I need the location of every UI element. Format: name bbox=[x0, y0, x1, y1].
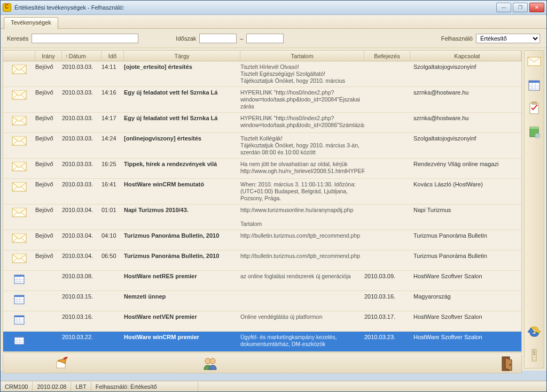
minimize-button[interactable]: — bbox=[496, 3, 511, 12]
cell-direction: Bejövő bbox=[35, 89, 62, 96]
tab-activities[interactable]: Tevékenységek bbox=[4, 17, 58, 29]
table-row[interactable]: Bejövő2010.03.03.14:24[onlinejogviszony]… bbox=[3, 133, 521, 159]
users-button[interactable] bbox=[199, 355, 221, 373]
status-module: CRM100 bbox=[1, 382, 33, 391]
table-row[interactable]: 2010.03.15.Nemzeti ünnep2010.03.16.Magya… bbox=[3, 291, 521, 311]
table-row[interactable]: Bejövő2010.03.03.14:11[ojote_ertesito] é… bbox=[3, 61, 521, 87]
col-content[interactable]: Tartalom bbox=[240, 51, 364, 61]
col-time[interactable]: Idő bbox=[101, 51, 124, 61]
svg-rect-40 bbox=[529, 81, 540, 83]
mail-view-button[interactable] bbox=[527, 54, 542, 69]
period-to-input[interactable] bbox=[246, 34, 284, 43]
table-row[interactable]: 2010.03.16.HostWare netVEN premierOnline… bbox=[3, 311, 521, 332]
cell-related: Napi Turizmus bbox=[410, 207, 521, 213]
cell-related: Szolgaltatojogviszonyinf bbox=[410, 64, 521, 70]
user-select[interactable]: Értékesítő bbox=[476, 34, 540, 43]
col-date[interactable]: Dátum bbox=[62, 51, 101, 61]
svg-rect-16 bbox=[14, 295, 24, 297]
cell-content: http://bulletin.turizmus.com/tpb_recomme… bbox=[240, 232, 364, 239]
calendar-view-button[interactable] bbox=[527, 77, 542, 92]
table-row[interactable]: 2010.03.08.HostWare netRES premieraz onl… bbox=[3, 271, 521, 291]
grid-body[interactable]: Bejövő2010.03.03.14:11[ojote_ertesito] é… bbox=[3, 61, 521, 352]
edit-note-button[interactable] bbox=[51, 355, 73, 373]
period-from-input[interactable] bbox=[199, 34, 237, 43]
mail-icon bbox=[12, 115, 27, 126]
cell-date: 2010.03.03. bbox=[62, 181, 101, 187]
period-sep: – bbox=[240, 35, 243, 42]
mail-icon bbox=[12, 135, 27, 146]
cell-date: 2010.03.15. bbox=[62, 293, 101, 300]
mail-icon bbox=[12, 89, 27, 100]
cell-related: Turizmus Panoráma Bulletin bbox=[410, 232, 521, 239]
close-button[interactable]: ✕ bbox=[529, 3, 544, 12]
notes-view-button[interactable] bbox=[527, 124, 542, 139]
cell-date: 2010.03.03. bbox=[62, 161, 101, 167]
table-row[interactable]: Bejövő2010.03.04.04:10Turizmus Panoráma … bbox=[3, 230, 521, 250]
table-row[interactable]: 2010.03.22.HostWare winCRM premierÜgyfél… bbox=[3, 332, 521, 352]
mail-icon bbox=[12, 232, 27, 243]
mail-icon bbox=[12, 64, 27, 74]
col-end[interactable]: Befejezés bbox=[364, 51, 410, 61]
cell-related: HostWare Szoftver Szalon bbox=[410, 273, 521, 279]
calendar-icon bbox=[13, 293, 25, 305]
cell-subject: Tippek, hírek a rendezvények vilá bbox=[124, 161, 240, 167]
svg-rect-46 bbox=[532, 102, 536, 104]
cell-time: 14:16 bbox=[101, 89, 124, 96]
cell-time: 04:10 bbox=[101, 232, 124, 239]
cell-subject: HostWare winCRM premier bbox=[124, 334, 240, 340]
cell-content: http://bulletin.turizmus.com/tpb_recomme… bbox=[240, 253, 364, 260]
cell-end: 2010.03.16. bbox=[364, 293, 410, 300]
cell-date: 2010.03.08. bbox=[62, 273, 101, 279]
tasks-view-button[interactable] bbox=[527, 101, 542, 116]
cell-subject: Turizmus Panoráma Bulletin, 2010 bbox=[124, 253, 240, 259]
col-direction[interactable]: Irány bbox=[35, 51, 62, 61]
col-subject[interactable]: Tárgy bbox=[124, 51, 240, 61]
cell-date: 2010.03.22. bbox=[62, 334, 101, 340]
title-bar: Értékesítési tevékenységek - Felhasználó… bbox=[1, 1, 546, 15]
svg-rect-22 bbox=[14, 316, 24, 317]
table-row[interactable]: Bejövő2010.03.03.16:41HostWare winCRM be… bbox=[3, 179, 521, 205]
table-row[interactable]: Bejövő2010.03.04.01:01Napi Turizmus 2010… bbox=[3, 205, 521, 230]
cell-date: 2010.03.03. bbox=[62, 64, 101, 70]
search-input[interactable] bbox=[32, 34, 138, 43]
cell-time: 16:41 bbox=[101, 181, 124, 187]
cell-content: Tisztelt Hírlevél Olvasó!Tisztelt Egészs… bbox=[240, 64, 364, 84]
cell-time: 14:11 bbox=[101, 64, 124, 70]
cell-direction: Bejövő bbox=[35, 64, 62, 70]
table-row[interactable]: Bejövő2010.03.03.14:17Egy új feladatot v… bbox=[3, 113, 521, 133]
status-date: 2010.02.08 bbox=[33, 382, 71, 391]
cell-content: http://www.turizmusonline.hu/aranynapdij… bbox=[240, 207, 364, 228]
cell-subject: HostWare netVEN premier bbox=[124, 313, 240, 320]
maximize-button[interactable]: ❐ bbox=[513, 3, 528, 12]
cell-content: Ügyfél- és marketingkampány kezelés, dok… bbox=[240, 334, 364, 348]
cell-direction: Bejövő bbox=[35, 161, 62, 167]
svg-rect-10 bbox=[14, 275, 24, 277]
table-row[interactable]: Bejövő2010.03.03.14:16Egy új feladatot v… bbox=[3, 87, 521, 113]
cell-related: szrnka@hostware.hu bbox=[410, 115, 521, 121]
cell-subject: Nemzeti ünnep bbox=[124, 293, 240, 300]
period-label: Időszak bbox=[176, 35, 196, 42]
filter-bar: Keresés Időszak – Felhasználó Értékesítő bbox=[1, 29, 546, 48]
col-related[interactable]: Kapcsolat bbox=[410, 51, 521, 61]
cell-direction: Bejövő bbox=[35, 181, 62, 187]
exit-button[interactable] bbox=[497, 355, 518, 373]
cell-time: 14:24 bbox=[101, 135, 124, 142]
cell-related: HostWare Szoftver Szalon bbox=[410, 334, 521, 340]
cell-end: 2010.03.23. bbox=[364, 334, 410, 340]
cell-direction: Bejövő bbox=[35, 115, 62, 121]
cell-date: 2010.03.04. bbox=[62, 253, 101, 259]
mail-icon bbox=[12, 181, 27, 192]
status-code: LBT bbox=[71, 382, 91, 391]
cell-subject: Egy új feladatot vett fel Szrnka Lá bbox=[124, 115, 240, 121]
table-row[interactable]: Bejövő2010.03.03.16:25Tippek, hírek a re… bbox=[3, 159, 521, 179]
cell-subject: Egy új feladatot vett fel Szrnka Lá bbox=[124, 89, 240, 96]
table-row[interactable]: Bejövő2010.03.04.06:50Turizmus Panoráma … bbox=[3, 250, 521, 271]
cell-content: Online vendéglátás új platformon bbox=[240, 313, 364, 320]
cell-content: Tisztelt Kollégák!Tájékoztatjuk Önöket, … bbox=[240, 135, 364, 156]
col-icon[interactable] bbox=[3, 51, 35, 61]
bottom-toolbar bbox=[3, 355, 522, 373]
collapse-button[interactable] bbox=[527, 348, 542, 363]
refresh-button[interactable] bbox=[527, 324, 542, 339]
mail-icon bbox=[12, 207, 27, 217]
cell-date: 2010.03.03. bbox=[62, 89, 101, 96]
